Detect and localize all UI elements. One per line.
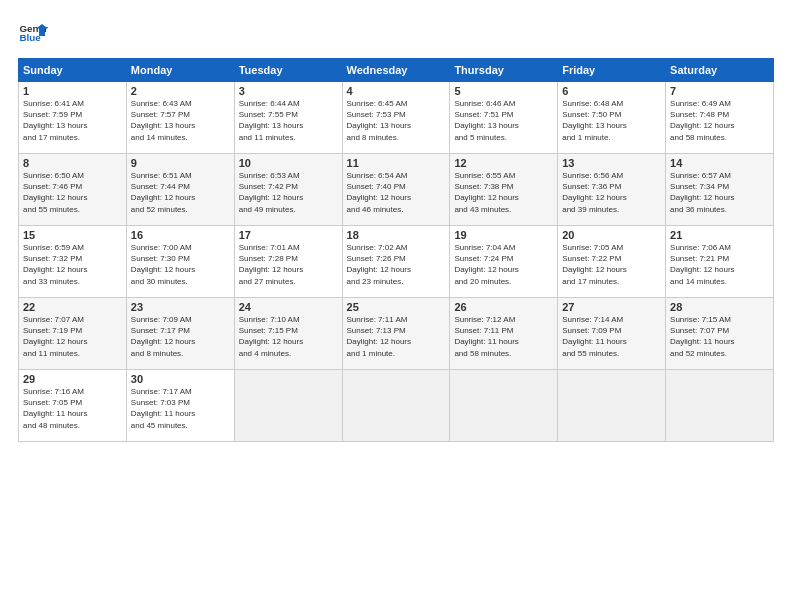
calendar-cell [234,370,342,442]
calendar-cell: 21Sunrise: 7:06 AM Sunset: 7:21 PM Dayli… [666,226,774,298]
calendar-cell: 10Sunrise: 6:53 AM Sunset: 7:42 PM Dayli… [234,154,342,226]
logo-icon: General Blue [18,18,48,48]
day-content: Sunrise: 7:10 AM Sunset: 7:15 PM Dayligh… [239,314,338,359]
day-number: 10 [239,157,338,169]
calendar-cell [450,370,558,442]
day-number: 25 [347,301,446,313]
day-content: Sunrise: 7:16 AM Sunset: 7:05 PM Dayligh… [23,386,122,431]
day-content: Sunrise: 6:46 AM Sunset: 7:51 PM Dayligh… [454,98,553,143]
header-cell-wednesday: Wednesday [342,59,450,82]
calendar-cell: 24Sunrise: 7:10 AM Sunset: 7:15 PM Dayli… [234,298,342,370]
calendar-cell: 28Sunrise: 7:15 AM Sunset: 7:07 PM Dayli… [666,298,774,370]
day-content: Sunrise: 7:02 AM Sunset: 7:26 PM Dayligh… [347,242,446,287]
day-number: 6 [562,85,661,97]
day-content: Sunrise: 6:44 AM Sunset: 7:55 PM Dayligh… [239,98,338,143]
day-content: Sunrise: 6:57 AM Sunset: 7:34 PM Dayligh… [670,170,769,215]
day-number: 24 [239,301,338,313]
day-number: 11 [347,157,446,169]
calendar-cell: 5Sunrise: 6:46 AM Sunset: 7:51 PM Daylig… [450,82,558,154]
calendar-cell: 15Sunrise: 6:59 AM Sunset: 7:32 PM Dayli… [19,226,127,298]
calendar-cell: 11Sunrise: 6:54 AM Sunset: 7:40 PM Dayli… [342,154,450,226]
day-number: 21 [670,229,769,241]
day-number: 7 [670,85,769,97]
header: General Blue [18,18,774,48]
calendar-cell: 7Sunrise: 6:49 AM Sunset: 7:48 PM Daylig… [666,82,774,154]
calendar-cell: 17Sunrise: 7:01 AM Sunset: 7:28 PM Dayli… [234,226,342,298]
day-content: Sunrise: 6:56 AM Sunset: 7:36 PM Dayligh… [562,170,661,215]
svg-text:Blue: Blue [20,32,42,43]
calendar-cell: 3Sunrise: 6:44 AM Sunset: 7:55 PM Daylig… [234,82,342,154]
calendar-cell: 19Sunrise: 7:04 AM Sunset: 7:24 PM Dayli… [450,226,558,298]
day-number: 13 [562,157,661,169]
week-row-2: 8Sunrise: 6:50 AM Sunset: 7:46 PM Daylig… [19,154,774,226]
day-number: 5 [454,85,553,97]
day-content: Sunrise: 7:05 AM Sunset: 7:22 PM Dayligh… [562,242,661,287]
logo: General Blue [18,18,48,48]
calendar-table: SundayMondayTuesdayWednesdayThursdayFrid… [18,58,774,442]
day-number: 20 [562,229,661,241]
day-number: 16 [131,229,230,241]
day-content: Sunrise: 6:51 AM Sunset: 7:44 PM Dayligh… [131,170,230,215]
day-content: Sunrise: 6:54 AM Sunset: 7:40 PM Dayligh… [347,170,446,215]
week-row-4: 22Sunrise: 7:07 AM Sunset: 7:19 PM Dayli… [19,298,774,370]
day-content: Sunrise: 6:49 AM Sunset: 7:48 PM Dayligh… [670,98,769,143]
day-number: 3 [239,85,338,97]
header-cell-tuesday: Tuesday [234,59,342,82]
header-cell-saturday: Saturday [666,59,774,82]
day-number: 29 [23,373,122,385]
day-content: Sunrise: 7:09 AM Sunset: 7:17 PM Dayligh… [131,314,230,359]
day-content: Sunrise: 6:41 AM Sunset: 7:59 PM Dayligh… [23,98,122,143]
header-cell-friday: Friday [558,59,666,82]
calendar-cell: 27Sunrise: 7:14 AM Sunset: 7:09 PM Dayli… [558,298,666,370]
week-row-5: 29Sunrise: 7:16 AM Sunset: 7:05 PM Dayli… [19,370,774,442]
calendar-cell: 25Sunrise: 7:11 AM Sunset: 7:13 PM Dayli… [342,298,450,370]
day-content: Sunrise: 7:07 AM Sunset: 7:19 PM Dayligh… [23,314,122,359]
header-cell-sunday: Sunday [19,59,127,82]
calendar-cell: 29Sunrise: 7:16 AM Sunset: 7:05 PM Dayli… [19,370,127,442]
day-content: Sunrise: 7:06 AM Sunset: 7:21 PM Dayligh… [670,242,769,287]
calendar-cell: 13Sunrise: 6:56 AM Sunset: 7:36 PM Dayli… [558,154,666,226]
calendar-cell: 8Sunrise: 6:50 AM Sunset: 7:46 PM Daylig… [19,154,127,226]
day-number: 17 [239,229,338,241]
day-content: Sunrise: 7:01 AM Sunset: 7:28 PM Dayligh… [239,242,338,287]
day-number: 4 [347,85,446,97]
header-cell-monday: Monday [126,59,234,82]
day-content: Sunrise: 6:48 AM Sunset: 7:50 PM Dayligh… [562,98,661,143]
calendar-cell: 26Sunrise: 7:12 AM Sunset: 7:11 PM Dayli… [450,298,558,370]
day-content: Sunrise: 6:43 AM Sunset: 7:57 PM Dayligh… [131,98,230,143]
calendar-cell: 23Sunrise: 7:09 AM Sunset: 7:17 PM Dayli… [126,298,234,370]
day-content: Sunrise: 7:11 AM Sunset: 7:13 PM Dayligh… [347,314,446,359]
header-cell-thursday: Thursday [450,59,558,82]
page: General Blue SundayMondayTuesdayWednesda… [0,0,792,612]
calendar-cell: 22Sunrise: 7:07 AM Sunset: 7:19 PM Dayli… [19,298,127,370]
calendar-cell [558,370,666,442]
day-content: Sunrise: 7:15 AM Sunset: 7:07 PM Dayligh… [670,314,769,359]
day-content: Sunrise: 7:14 AM Sunset: 7:09 PM Dayligh… [562,314,661,359]
calendar-cell: 6Sunrise: 6:48 AM Sunset: 7:50 PM Daylig… [558,82,666,154]
calendar-cell: 2Sunrise: 6:43 AM Sunset: 7:57 PM Daylig… [126,82,234,154]
calendar-cell [342,370,450,442]
day-number: 28 [670,301,769,313]
calendar-cell: 20Sunrise: 7:05 AM Sunset: 7:22 PM Dayli… [558,226,666,298]
calendar-cell [666,370,774,442]
day-number: 12 [454,157,553,169]
day-content: Sunrise: 6:53 AM Sunset: 7:42 PM Dayligh… [239,170,338,215]
week-row-3: 15Sunrise: 6:59 AM Sunset: 7:32 PM Dayli… [19,226,774,298]
day-number: 1 [23,85,122,97]
day-content: Sunrise: 7:00 AM Sunset: 7:30 PM Dayligh… [131,242,230,287]
calendar-cell: 16Sunrise: 7:00 AM Sunset: 7:30 PM Dayli… [126,226,234,298]
day-number: 27 [562,301,661,313]
day-number: 9 [131,157,230,169]
calendar-cell: 9Sunrise: 6:51 AM Sunset: 7:44 PM Daylig… [126,154,234,226]
day-number: 8 [23,157,122,169]
header-row: SundayMondayTuesdayWednesdayThursdayFrid… [19,59,774,82]
day-number: 26 [454,301,553,313]
day-number: 14 [670,157,769,169]
day-number: 2 [131,85,230,97]
day-content: Sunrise: 6:59 AM Sunset: 7:32 PM Dayligh… [23,242,122,287]
calendar-cell: 1Sunrise: 6:41 AM Sunset: 7:59 PM Daylig… [19,82,127,154]
day-content: Sunrise: 7:17 AM Sunset: 7:03 PM Dayligh… [131,386,230,431]
day-number: 30 [131,373,230,385]
day-content: Sunrise: 6:50 AM Sunset: 7:46 PM Dayligh… [23,170,122,215]
calendar-cell: 12Sunrise: 6:55 AM Sunset: 7:38 PM Dayli… [450,154,558,226]
